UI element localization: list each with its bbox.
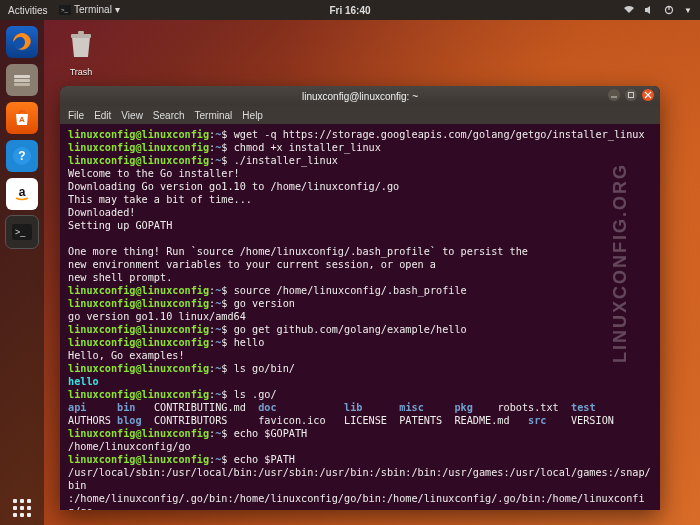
terminal-menubar: File Edit View Search Terminal Help bbox=[60, 106, 660, 124]
menu-file[interactable]: File bbox=[68, 110, 84, 121]
window-close-button[interactable] bbox=[642, 89, 654, 101]
dock-files[interactable] bbox=[6, 64, 38, 96]
svg-rect-8 bbox=[14, 79, 30, 82]
question-icon: ? bbox=[12, 146, 32, 166]
dock-terminal[interactable]: >_ bbox=[6, 216, 38, 248]
terminal-icon: >_ bbox=[12, 224, 32, 240]
svg-text:?: ? bbox=[18, 149, 25, 163]
window-titlebar[interactable]: linuxconfig@linuxconfig: ~ bbox=[60, 86, 660, 106]
window-maximize-button[interactable] bbox=[625, 89, 637, 101]
amazon-icon: a bbox=[12, 184, 32, 204]
menu-help[interactable]: Help bbox=[242, 110, 263, 121]
terminal-window: linuxconfig@linuxconfig: ~ File Edit Vie… bbox=[60, 86, 660, 510]
svg-rect-5 bbox=[78, 31, 84, 34]
sound-icon bbox=[644, 5, 654, 15]
window-title: linuxconfig@linuxconfig: ~ bbox=[302, 91, 418, 102]
dock-firefox[interactable] bbox=[6, 26, 38, 58]
window-minimize-button[interactable] bbox=[608, 89, 620, 101]
show-applications-button[interactable] bbox=[13, 499, 31, 517]
svg-rect-9 bbox=[14, 83, 30, 86]
power-icon bbox=[664, 5, 674, 15]
svg-rect-7 bbox=[14, 75, 30, 78]
terminal-body[interactable]: linuxconfig@linuxconfig:~$ wget -q https… bbox=[60, 124, 660, 510]
trash-label: Trash bbox=[70, 67, 93, 77]
svg-text:a: a bbox=[19, 185, 26, 199]
svg-text:>_: >_ bbox=[61, 7, 69, 13]
network-icon bbox=[624, 5, 634, 15]
dock-help[interactable]: ? bbox=[6, 140, 38, 172]
chevron-down-icon: ▼ bbox=[684, 6, 692, 15]
trash-glyph bbox=[67, 30, 95, 67]
shopping-bag-icon: A bbox=[12, 108, 32, 128]
trash-icon[interactable]: Trash bbox=[56, 30, 106, 77]
dock: A ? a >_ bbox=[0, 20, 44, 525]
svg-text:>_: >_ bbox=[15, 227, 26, 237]
files-icon bbox=[12, 71, 32, 89]
svg-rect-17 bbox=[629, 93, 634, 98]
top-bar: Activities >_ Terminal ▾ Fri 16:40 ▼ bbox=[0, 0, 700, 20]
menu-terminal[interactable]: Terminal bbox=[195, 110, 233, 121]
menu-search[interactable]: Search bbox=[153, 110, 185, 121]
terminal-icon: >_ bbox=[59, 5, 71, 17]
svg-rect-4 bbox=[71, 34, 91, 38]
svg-text:A: A bbox=[19, 115, 25, 124]
dock-software[interactable]: A bbox=[6, 102, 38, 134]
menu-edit[interactable]: Edit bbox=[94, 110, 111, 121]
dock-amazon[interactable]: a bbox=[6, 178, 38, 210]
clock[interactable]: Fri 16:40 bbox=[329, 0, 370, 20]
activities-button[interactable]: Activities bbox=[8, 5, 47, 16]
app-menu[interactable]: >_ Terminal ▾ bbox=[59, 4, 119, 17]
menu-view[interactable]: View bbox=[121, 110, 143, 121]
firefox-icon bbox=[11, 31, 33, 53]
system-tray[interactable]: ▼ bbox=[624, 5, 692, 15]
